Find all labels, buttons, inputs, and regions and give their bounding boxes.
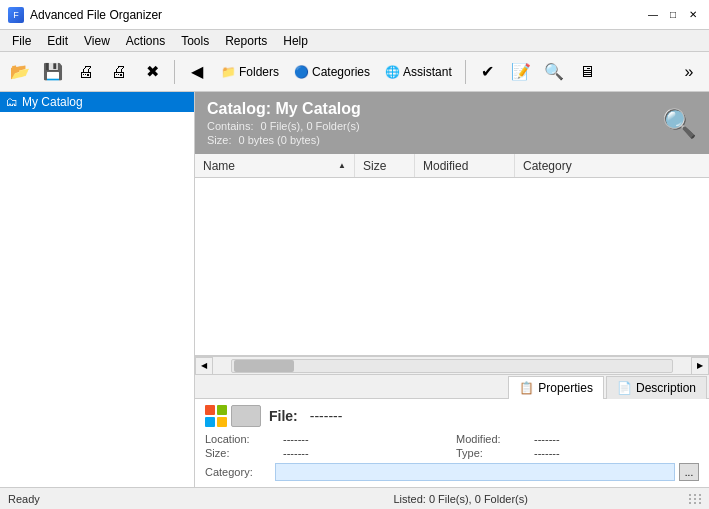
tab-description[interactable]: 📄 Description [606, 376, 707, 399]
win-q2 [217, 405, 227, 415]
description-tab-icon: 📄 [617, 381, 632, 395]
sort-icon: ▲ [338, 161, 346, 170]
hscroll-right-btn[interactable]: ▶ [691, 357, 709, 375]
win-q4 [217, 417, 227, 427]
categories-icon: 🔵 [294, 65, 309, 79]
catalog-size: Size: 0 bytes (0 bytes) [207, 134, 361, 146]
hscroll-left-btn[interactable]: ◀ [195, 357, 213, 375]
menu-edit[interactable]: Edit [39, 32, 76, 50]
menu-help[interactable]: Help [275, 32, 316, 50]
location-label: Location: [205, 433, 275, 445]
menu-view[interactable]: View [76, 32, 118, 50]
overflow-button[interactable]: » [673, 57, 705, 87]
title-bar-controls: — □ ✕ [645, 7, 701, 23]
catalog-contains: Contains: 0 File(s), 0 Folder(s) [207, 120, 361, 132]
catalog-tree-label: My Catalog [22, 95, 83, 109]
column-modified[interactable]: Modified [415, 154, 515, 177]
folders-label: Folders [239, 65, 279, 79]
filesize-label: Size: [205, 447, 275, 459]
file-list-header: Name ▲ Size Modified Category [195, 154, 709, 178]
info-grid: Location: ------- Modified: ------- Size… [205, 433, 699, 459]
separator-2 [465, 60, 466, 84]
status-bar: Ready Listed: 0 File(s), 0 Folder(s) [0, 487, 709, 509]
hscroll-track[interactable] [231, 359, 673, 373]
win-q3 [205, 417, 215, 427]
size-label: Size: [207, 134, 231, 146]
type-value: ------- [534, 447, 699, 459]
file-name-label-text: File: [269, 408, 298, 424]
column-name[interactable]: Name ▲ [195, 154, 355, 177]
close-button[interactable]: ✕ [685, 7, 701, 23]
filesize-value: ------- [283, 447, 448, 459]
delete-button[interactable]: ✖ [136, 57, 168, 87]
size-value: 0 bytes (0 bytes) [239, 134, 320, 146]
win-q1 [205, 405, 215, 415]
monitor-button[interactable]: 🖥 [571, 57, 603, 87]
menu-file[interactable]: File [4, 32, 39, 50]
app-title: Advanced File Organizer [30, 8, 162, 22]
column-category[interactable]: Category [515, 154, 709, 177]
menu-tools[interactable]: Tools [173, 32, 217, 50]
right-panel: Catalog: My Catalog Contains: 0 File(s),… [195, 92, 709, 487]
assistant-button[interactable]: 🌐 Assistant [378, 57, 459, 87]
category-field[interactable] [275, 463, 675, 481]
menu-actions[interactable]: Actions [118, 32, 173, 50]
check-button[interactable]: ✔ [472, 57, 504, 87]
type-label: Type: [456, 447, 526, 459]
hscroll-area[interactable]: ◀ ▶ [195, 356, 709, 374]
back-button[interactable]: ◀ [181, 57, 213, 87]
folders-button[interactable]: 📁 Folders [214, 57, 286, 87]
edit-button[interactable]: 📝 [505, 57, 537, 87]
properties-tab-label: Properties [538, 381, 593, 395]
categories-label: Categories [312, 65, 370, 79]
description-tab-label: Description [636, 381, 696, 395]
toolbar-overflow: » [673, 57, 705, 87]
hscroll-thumb[interactable] [234, 360, 294, 372]
category-browse-button[interactable]: ... [679, 463, 699, 481]
modified-label: Modified: [456, 433, 526, 445]
folder-icon: 📁 [221, 65, 236, 79]
catalog-header-icon: 🔍 [662, 107, 697, 140]
location-value: ------- [283, 433, 448, 445]
save-button[interactable]: 💾 [37, 57, 69, 87]
properties-tab-icon: 📋 [519, 381, 534, 395]
file-title-row: File: ------- [205, 405, 699, 427]
category-row: Category: ... [205, 463, 699, 481]
maximize-button[interactable]: □ [665, 7, 681, 23]
column-size[interactable]: Size [355, 154, 415, 177]
print-button[interactable]: 🖨 [70, 57, 102, 87]
column-size-label: Size [363, 159, 386, 173]
catalog-header: Catalog: My Catalog Contains: 0 File(s),… [195, 92, 709, 154]
action-toolbar-group: ✔ 📝 🔍 🖥 [472, 57, 603, 87]
column-category-label: Category [523, 159, 572, 173]
resize-grip [687, 492, 701, 506]
minimize-button[interactable]: — [645, 7, 661, 23]
column-modified-label: Modified [423, 159, 468, 173]
category-label: Category: [205, 466, 271, 478]
search-button[interactable]: 🔍 [538, 57, 570, 87]
file-list-body [195, 178, 709, 355]
print2-button[interactable]: 🖨 [103, 57, 135, 87]
status-ready: Ready [8, 493, 234, 505]
contains-label: Contains: [207, 120, 253, 132]
separator-1 [174, 60, 175, 84]
tab-properties[interactable]: 📋 Properties [508, 376, 604, 399]
catalog-header-info: Catalog: My Catalog Contains: 0 File(s),… [207, 100, 361, 146]
app-icon: F [8, 7, 24, 23]
toolbar: 📂 💾 🖨 🖨 ✖ ◀ 📁 Folders 🔵 Categories 🌐 Ass… [0, 52, 709, 92]
nav-toolbar-group: ◀ 📁 Folders 🔵 Categories 🌐 Assistant [181, 57, 459, 87]
tree-item-my-catalog[interactable]: 🗂 My Catalog [0, 92, 194, 112]
assistant-icon: 🌐 [385, 65, 400, 79]
resize-dots-icon [689, 494, 699, 504]
categories-button[interactable]: 🔵 Categories [287, 57, 377, 87]
file-placeholder-icon [231, 405, 261, 427]
status-listed: Listed: 0 File(s), 0 Folder(s) [234, 493, 687, 505]
catalog-tree-icon: 🗂 [6, 95, 18, 109]
open-button[interactable]: 📂 [4, 57, 36, 87]
title-bar: F Advanced File Organizer — □ ✕ [0, 0, 709, 30]
bottom-tabs: 📋 Properties 📄 Description [195, 375, 709, 399]
assistant-label: Assistant [403, 65, 452, 79]
menu-reports[interactable]: Reports [217, 32, 275, 50]
catalog-title: Catalog: My Catalog [207, 100, 361, 118]
bottom-info-panel: 📋 Properties 📄 Description [195, 374, 709, 487]
